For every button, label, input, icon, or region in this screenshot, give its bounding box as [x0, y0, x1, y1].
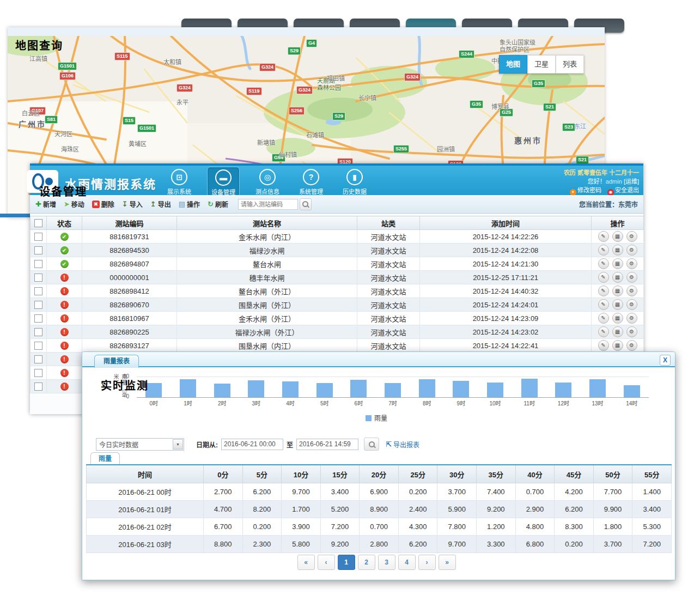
edit-icon[interactable]: ✎ — [598, 245, 609, 256]
edit-icon[interactable]: ✎ — [598, 313, 609, 324]
delete-icon[interactable]: ▦ — [612, 245, 623, 256]
station-type: 河道水文站 — [357, 271, 420, 284]
row-checkbox[interactable] — [34, 301, 42, 309]
nav-item-系统管理[interactable]: ?系统管理 — [295, 167, 327, 196]
delete-icon[interactable]: ▦ — [612, 326, 623, 337]
rain-value: 3.700 — [437, 483, 477, 501]
row-checkbox[interactable] — [34, 355, 42, 363]
close-icon[interactable]: X — [660, 355, 671, 366]
bar-slot — [342, 377, 376, 397]
row-select-cell — [31, 339, 47, 353]
settings-icon[interactable]: ⚙ — [626, 272, 637, 283]
delete-icon[interactable]: ▦ — [612, 231, 623, 242]
settings-icon[interactable]: ⚙ — [626, 313, 637, 324]
toolbar-button-导出[interactable]: ↥导出 — [150, 199, 171, 209]
map-type-button-地图[interactable]: 地图 — [499, 55, 527, 74]
row-checkbox[interactable] — [34, 287, 42, 295]
station-search-input[interactable] — [238, 199, 298, 210]
data-mode-select[interactable]: 今日实时数据 ▼ — [96, 438, 184, 451]
toolbar-button-移动[interactable]: ➤移动 — [64, 199, 84, 209]
bar-slot — [376, 377, 410, 397]
date-to-input[interactable] — [296, 439, 358, 450]
settings-icon[interactable]: ⚙ — [626, 340, 637, 351]
logout-link[interactable]: 安全退出 — [615, 187, 639, 193]
delete-icon[interactable]: ▦ — [612, 286, 623, 296]
nav-item-历史数据[interactable]: ▮历史数据 — [339, 167, 370, 196]
edit-icon[interactable]: ✎ — [598, 299, 609, 310]
page-button-1[interactable]: 1 — [338, 555, 355, 570]
x-tick-label: 0时 — [137, 399, 171, 407]
bar-slot — [205, 377, 239, 397]
nav-item-label: 系统管理 — [299, 187, 323, 196]
delete-icon[interactable]: ▦ — [612, 272, 623, 283]
col-station-name: 测站名称 — [177, 216, 357, 230]
delete-icon[interactable]: ▦ — [612, 340, 623, 351]
row-checkbox[interactable] — [34, 233, 42, 241]
edit-icon[interactable]: ✎ — [598, 258, 609, 269]
page-button-«[interactable]: « — [297, 555, 315, 570]
edit-icon[interactable]: ✎ — [598, 286, 609, 296]
map-place-label: 象头山国家级 自然保护区 — [500, 39, 535, 53]
rain-value: 9.700 — [282, 483, 321, 501]
map-type-button-列表[interactable]: 列表 — [556, 55, 584, 74]
nav-item-label: 测点信息 — [255, 187, 279, 196]
row-status-cell: ! — [47, 353, 82, 366]
edit-icon[interactable]: ✎ — [598, 272, 609, 283]
rain-value: 6.200 — [242, 483, 282, 501]
settings-icon[interactable]: ⚙ — [626, 286, 637, 296]
row-status-cell: ! — [47, 339, 82, 353]
station-search-button[interactable] — [300, 198, 312, 210]
export-report-link[interactable]: ⇱导出报表 — [386, 440, 419, 449]
change-password-link[interactable]: 修改密码 — [577, 187, 601, 193]
nav-item-展示系统[interactable]: ⊡展示系统 — [163, 167, 195, 196]
edit-icon[interactable]: ✎ — [598, 340, 609, 351]
map-place-label: 园洲镇 — [437, 146, 455, 153]
bar-slot — [444, 377, 478, 397]
edit-icon[interactable]: ✎ — [598, 326, 609, 337]
date-from-input[interactable] — [221, 439, 283, 450]
row-checkbox[interactable] — [34, 246, 42, 254]
map-place-label: 东江 — [574, 123, 586, 130]
query-button[interactable] — [364, 438, 379, 451]
row-checkbox[interactable] — [34, 260, 42, 268]
toolbar-button-新增[interactable]: ✚新增 — [35, 199, 56, 209]
device-table-header-row: 状态 测站编码 测站名称 站类 添加时间 操作 — [31, 216, 644, 230]
page-button-‹[interactable]: ‹ — [318, 555, 335, 570]
nav-item-设备管理[interactable]: ▬设备管理 — [207, 167, 240, 197]
row-checkbox[interactable] — [34, 383, 42, 391]
page-button-»[interactable]: » — [439, 555, 456, 570]
delete-icon[interactable]: ▦ — [612, 313, 623, 324]
chart-bar — [624, 385, 640, 397]
settings-icon[interactable]: ⚙ — [626, 326, 637, 337]
nav-item-测点信息[interactable]: ◎测点信息 — [252, 167, 283, 196]
tab-rainfall-report[interactable]: 雨量报表 — [94, 355, 139, 368]
page-button-4[interactable]: 4 — [398, 555, 416, 570]
x-tick-label: 6时 — [342, 399, 376, 407]
row-select-cell — [31, 244, 47, 257]
toolbar-button-导入[interactable]: ↧导入 — [122, 199, 143, 209]
toolbar-button-刷新[interactable]: ↻刷新 — [208, 199, 228, 209]
row-checkbox[interactable] — [34, 274, 42, 282]
delete-icon[interactable]: ▦ — [612, 258, 623, 269]
row-checkbox[interactable] — [34, 342, 42, 350]
edit-icon[interactable]: ✎ — [598, 231, 609, 242]
toolbar-button-操作[interactable]: ▤操作 — [179, 199, 200, 209]
select-all-checkbox[interactable] — [34, 219, 42, 227]
tab-rainfall[interactable]: 雨量 — [90, 452, 120, 465]
settings-icon[interactable]: ⚙ — [626, 299, 637, 310]
toolbar-button-删除[interactable]: ✖删除 — [92, 199, 114, 209]
row-checkbox[interactable] — [34, 328, 42, 336]
settings-icon[interactable]: ⚙ — [626, 231, 637, 242]
road-badge: S81 — [45, 116, 58, 124]
table-row: !0000000001穗丰年水闸河道水文站2015-12-25 17:11:21… — [31, 271, 644, 284]
page-button-2[interactable]: 2 — [358, 555, 375, 570]
map-type-button-卫星[interactable]: 卫星 — [527, 55, 556, 74]
page-button-3[interactable]: 3 — [378, 555, 395, 570]
row-checkbox[interactable] — [34, 314, 42, 323]
delete-icon[interactable]: ▦ — [612, 299, 623, 310]
settings-icon[interactable]: ⚙ — [626, 245, 637, 256]
row-checkbox[interactable] — [34, 369, 42, 377]
settings-icon[interactable]: ⚙ — [626, 258, 637, 269]
page-button-›[interactable]: › — [418, 555, 436, 570]
col-minute: 30分 — [437, 465, 477, 483]
